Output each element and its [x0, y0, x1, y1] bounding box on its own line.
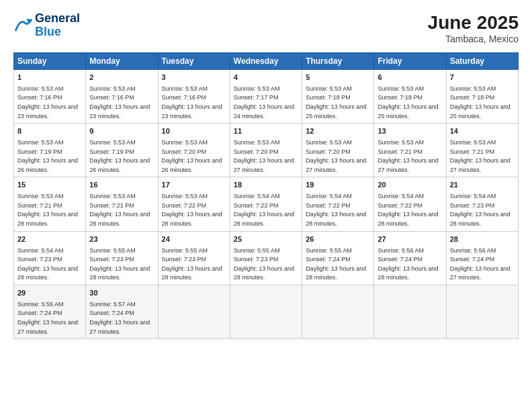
logo: GeneralBlue	[13, 12, 80, 39]
calendar-day-cell	[158, 285, 230, 338]
location: Tambaca, Mexico	[428, 34, 519, 44]
calendar-day-cell: 15Sunrise: 5:53 AMSunset: 7:21 PMDayligh…	[14, 177, 86, 231]
calendar-day-cell: 28Sunrise: 5:56 AMSunset: 7:24 PMDayligh…	[446, 231, 518, 285]
month-year: June 2025	[428, 12, 519, 34]
calendar-day-cell: 13Sunrise: 5:53 AMSunset: 7:21 PMDayligh…	[374, 124, 446, 177]
calendar-day-cell: 17Sunrise: 5:53 AMSunset: 7:22 PMDayligh…	[158, 177, 230, 231]
header-wednesday: Wednesday	[230, 53, 302, 70]
calendar-day-cell: 9Sunrise: 5:53 AMSunset: 7:19 PMDaylight…	[86, 124, 158, 177]
calendar-week-row: 8Sunrise: 5:53 AMSunset: 7:19 PMDaylight…	[14, 124, 519, 177]
header-sunday: Sunday	[14, 53, 86, 70]
logo-text: GeneralBlue	[35, 12, 80, 39]
calendar-week-row: 15Sunrise: 5:53 AMSunset: 7:21 PMDayligh…	[14, 177, 519, 231]
calendar-day-cell: 18Sunrise: 5:54 AMSunset: 7:22 PMDayligh…	[230, 177, 302, 231]
calendar-day-cell: 23Sunrise: 5:55 AMSunset: 7:23 PMDayligh…	[86, 231, 158, 285]
calendar-week-row: 29Sunrise: 5:56 AMSunset: 7:24 PMDayligh…	[14, 285, 519, 338]
calendar-day-cell: 16Sunrise: 5:53 AMSunset: 7:21 PMDayligh…	[86, 177, 158, 231]
calendar-table: Sunday Monday Tuesday Wednesday Thursday…	[13, 52, 519, 339]
calendar-day-cell: 7Sunrise: 5:53 AMSunset: 7:18 PMDaylight…	[446, 70, 518, 124]
calendar-day-cell: 22Sunrise: 5:54 AMSunset: 7:23 PMDayligh…	[14, 231, 86, 285]
calendar-day-cell	[374, 285, 446, 338]
page: GeneralBlue June 2025 Tambaca, Mexico Su…	[0, 0, 532, 411]
calendar-day-cell	[446, 285, 518, 338]
header-thursday: Thursday	[302, 53, 374, 70]
calendar-day-cell: 21Sunrise: 5:54 AMSunset: 7:23 PMDayligh…	[446, 177, 518, 231]
calendar-week-row: 22Sunrise: 5:54 AMSunset: 7:23 PMDayligh…	[14, 231, 519, 285]
calendar-day-cell: 11Sunrise: 5:53 AMSunset: 7:20 PMDayligh…	[230, 124, 302, 177]
header-saturday: Saturday	[446, 53, 518, 70]
calendar-day-cell: 2Sunrise: 5:53 AMSunset: 7:16 PMDaylight…	[86, 70, 158, 124]
weekday-header-row: Sunday Monday Tuesday Wednesday Thursday…	[14, 53, 519, 70]
calendar-day-cell: 25Sunrise: 5:55 AMSunset: 7:23 PMDayligh…	[230, 231, 302, 285]
header-friday: Friday	[374, 53, 446, 70]
title-block: June 2025 Tambaca, Mexico	[428, 12, 519, 44]
calendar-day-cell: 14Sunrise: 5:53 AMSunset: 7:21 PMDayligh…	[446, 124, 518, 177]
calendar-day-cell: 12Sunrise: 5:53 AMSunset: 7:20 PMDayligh…	[302, 124, 374, 177]
calendar-day-cell: 29Sunrise: 5:56 AMSunset: 7:24 PMDayligh…	[14, 285, 86, 338]
calendar-day-cell: 1Sunrise: 5:53 AMSunset: 7:16 PMDaylight…	[14, 70, 86, 124]
calendar-day-cell: 19Sunrise: 5:54 AMSunset: 7:22 PMDayligh…	[302, 177, 374, 231]
calendar-day-cell: 6Sunrise: 5:53 AMSunset: 7:18 PMDaylight…	[374, 70, 446, 124]
calendar-day-cell	[302, 285, 374, 338]
calendar-week-row: 1Sunrise: 5:53 AMSunset: 7:16 PMDaylight…	[14, 70, 519, 124]
header: GeneralBlue June 2025 Tambaca, Mexico	[13, 12, 519, 44]
calendar-day-cell: 30Sunrise: 5:57 AMSunset: 7:24 PMDayligh…	[86, 285, 158, 338]
calendar-day-cell: 3Sunrise: 5:53 AMSunset: 7:16 PMDaylight…	[158, 70, 230, 124]
header-monday: Monday	[86, 53, 158, 70]
calendar-day-cell: 26Sunrise: 5:55 AMSunset: 7:24 PMDayligh…	[302, 231, 374, 285]
calendar-day-cell: 8Sunrise: 5:53 AMSunset: 7:19 PMDaylight…	[14, 124, 86, 177]
header-tuesday: Tuesday	[158, 53, 230, 70]
calendar-day-cell	[230, 285, 302, 338]
calendar-day-cell: 4Sunrise: 5:53 AMSunset: 7:17 PMDaylight…	[230, 70, 302, 124]
calendar-day-cell: 10Sunrise: 5:53 AMSunset: 7:20 PMDayligh…	[158, 124, 230, 177]
calendar-day-cell: 24Sunrise: 5:55 AMSunset: 7:23 PMDayligh…	[158, 231, 230, 285]
logo-icon	[13, 16, 32, 35]
calendar-day-cell: 5Sunrise: 5:53 AMSunset: 7:18 PMDaylight…	[302, 70, 374, 124]
calendar-day-cell: 20Sunrise: 5:54 AMSunset: 7:22 PMDayligh…	[374, 177, 446, 231]
calendar-day-cell: 27Sunrise: 5:56 AMSunset: 7:24 PMDayligh…	[374, 231, 446, 285]
